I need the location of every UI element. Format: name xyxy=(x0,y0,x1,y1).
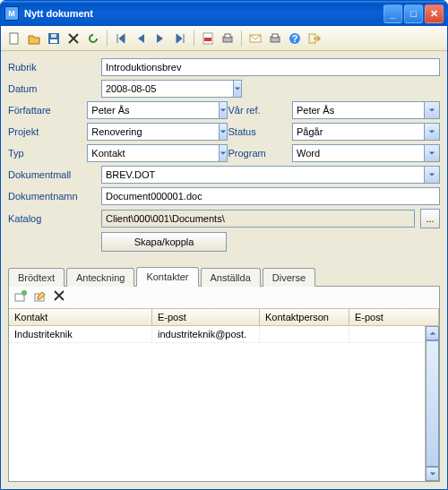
refresh-icon[interactable] xyxy=(85,30,101,47)
tabstrip: Brödtext Anteckning Kontakter Anställda … xyxy=(1,259,447,286)
label-katalog: Katalog xyxy=(8,213,96,224)
varref-input[interactable] xyxy=(292,101,424,119)
grid-header: Kontakt E-post Kontaktperson E-post xyxy=(9,308,439,326)
skapa-koppla-button[interactable]: Skapa/koppla xyxy=(101,232,227,252)
scroll-down-icon[interactable] xyxy=(426,467,439,481)
tab-brodtext[interactable]: Brödtext xyxy=(8,268,65,287)
print2-icon[interactable] xyxy=(267,30,283,47)
dropdown-icon[interactable] xyxy=(219,123,228,141)
tab-anstallda[interactable]: Anställda xyxy=(201,268,261,287)
varref-combo[interactable] xyxy=(292,101,440,119)
typ-combo[interactable] xyxy=(87,144,194,162)
grid-body[interactable]: Industriteknik industriteknik@post. xyxy=(9,326,439,481)
edit-contact-icon[interactable] xyxy=(34,290,48,305)
titlebar[interactable]: M Nytt dokument _ □ ✕ xyxy=(1,1,447,26)
svg-rect-10 xyxy=(272,34,278,38)
first-icon[interactable] xyxy=(113,30,129,47)
katalog-input xyxy=(101,210,415,228)
label-varref: Vår ref. xyxy=(228,105,287,116)
label-status: Status xyxy=(228,126,287,137)
form-area: Rubrik Datum Författare Vår ref. Pro xyxy=(1,51,447,259)
cell-kontakt: Industriteknik xyxy=(9,326,152,342)
last-icon[interactable] xyxy=(172,30,188,47)
program-combo[interactable] xyxy=(292,144,440,162)
svg-rect-3 xyxy=(51,34,56,38)
dokmall-input[interactable] xyxy=(101,166,424,184)
tab-diverse[interactable]: Diverse xyxy=(263,268,315,287)
label-projekt: Projekt xyxy=(8,126,82,137)
tab-anteckning[interactable]: Anteckning xyxy=(66,268,134,287)
main-toolbar: ? xyxy=(1,26,447,51)
delete-icon[interactable] xyxy=(65,30,82,47)
svg-text:?: ? xyxy=(292,33,298,44)
print-icon[interactable] xyxy=(220,30,236,47)
forfattare-input[interactable] xyxy=(87,101,219,119)
svg-rect-2 xyxy=(50,39,57,43)
dropdown-icon[interactable] xyxy=(424,166,440,184)
datum-dropdown-icon[interactable] xyxy=(233,80,242,98)
program-input[interactable] xyxy=(292,144,424,162)
add-contact-icon[interactable] xyxy=(14,290,29,305)
scroll-thumb[interactable] xyxy=(426,340,439,467)
minimize-button[interactable]: _ xyxy=(383,4,402,23)
remove-contact-icon[interactable] xyxy=(54,290,68,305)
label-program: Program xyxy=(228,148,287,159)
grid-toolbar xyxy=(9,287,439,308)
projekt-input[interactable] xyxy=(87,123,219,141)
col-epost1[interactable]: E-post xyxy=(152,309,260,325)
svg-rect-7 xyxy=(225,34,230,38)
dropdown-icon[interactable] xyxy=(424,144,440,162)
table-row[interactable]: Industriteknik industriteknik@post. xyxy=(9,326,439,343)
maximize-button[interactable]: □ xyxy=(404,4,423,23)
col-epost2[interactable]: E-post xyxy=(349,309,439,325)
svg-rect-0 xyxy=(10,33,18,44)
exit-icon[interactable] xyxy=(306,30,323,47)
vertical-scrollbar[interactable] xyxy=(425,326,439,481)
dropdown-icon[interactable] xyxy=(424,123,440,141)
dokmall-combo[interactable] xyxy=(101,166,440,184)
label-rubrik: Rubrik xyxy=(8,62,96,73)
typ-input[interactable] xyxy=(87,144,219,162)
label-dokmall: Dokumentmall xyxy=(8,169,96,180)
col-kontaktperson[interactable]: Kontaktperson xyxy=(260,309,349,325)
mail-icon[interactable] xyxy=(247,30,263,47)
svg-rect-5 xyxy=(204,38,211,41)
save-icon[interactable] xyxy=(46,30,62,47)
tab-content: Kontakt E-post Kontaktperson E-post Indu… xyxy=(8,286,440,482)
col-kontakt[interactable]: Kontakt xyxy=(9,309,152,325)
window: M Nytt dokument _ □ ✕ ? Rubrik Datum xyxy=(0,0,448,490)
forfattare-combo[interactable] xyxy=(87,101,194,119)
label-doknamn: Dokumentnamn xyxy=(8,191,96,202)
dropdown-icon[interactable] xyxy=(219,144,228,162)
status-combo[interactable] xyxy=(292,123,440,141)
label-typ: Typ xyxy=(8,148,82,159)
help-icon[interactable]: ? xyxy=(287,30,303,47)
status-input[interactable] xyxy=(292,123,424,141)
dropdown-icon[interactable] xyxy=(219,101,228,119)
new-icon[interactable] xyxy=(6,30,22,47)
close-button[interactable]: ✕ xyxy=(425,4,444,23)
cell-kontaktperson xyxy=(260,326,349,342)
doknamn-input[interactable] xyxy=(101,187,440,205)
label-datum: Datum xyxy=(8,83,96,94)
projekt-combo[interactable] xyxy=(87,123,194,141)
dropdown-icon[interactable] xyxy=(424,101,440,119)
datum-input[interactable] xyxy=(101,80,233,98)
label-forfattare: Författare xyxy=(8,105,82,116)
pdf-icon[interactable] xyxy=(200,30,216,47)
prev-icon[interactable] xyxy=(133,30,149,47)
rubrik-input[interactable] xyxy=(101,58,440,76)
cell-epost1: industriteknik@post. xyxy=(152,326,260,342)
open-icon[interactable] xyxy=(26,30,42,47)
tab-kontakter[interactable]: Kontakter xyxy=(136,267,198,287)
next-icon[interactable] xyxy=(152,30,168,47)
window-title: Nytt dokument xyxy=(24,8,93,19)
scroll-up-icon[interactable] xyxy=(426,326,439,340)
browse-button[interactable]: ... xyxy=(420,209,440,228)
datum-combo[interactable] xyxy=(101,80,209,98)
svg-point-15 xyxy=(22,290,27,296)
app-icon: M xyxy=(4,6,19,21)
